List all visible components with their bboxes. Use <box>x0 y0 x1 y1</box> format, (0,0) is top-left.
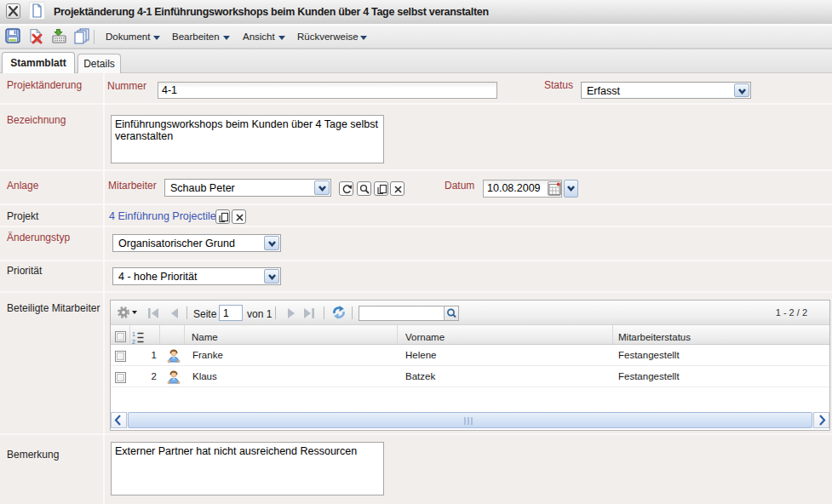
svg-text:1: 1 <box>132 331 135 337</box>
svg-text:2: 2 <box>132 339 135 344</box>
